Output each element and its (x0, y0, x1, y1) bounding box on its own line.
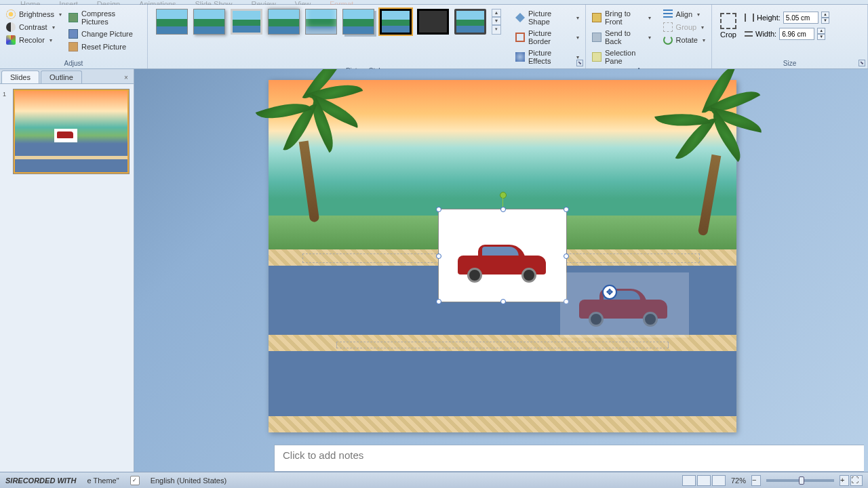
group-label-size: Size (716, 58, 863, 67)
picture-style-8[interactable] (417, 9, 449, 35)
compress-pictures-button[interactable]: Compress Pictures (66, 9, 143, 26)
send-to-back-button[interactable]: Send to Back ▾ (590, 28, 653, 46)
sorter-view-button[interactable] (697, 475, 711, 486)
change-picture-icon (68, 29, 78, 39)
resize-handle-e[interactable] (564, 253, 569, 259)
bring-to-front-button[interactable]: Bring to Front ▾ (590, 9, 653, 26)
resize-handle-sw[interactable] (436, 299, 441, 304)
dropdown-icon: ▾ (648, 35, 651, 41)
selection-pane-button[interactable]: Selection Pane (590, 48, 653, 66)
menu-bar: Home Insert Design Animations Slide Show… (0, 0, 868, 5)
sand-strip-3 (269, 416, 736, 432)
dropdown-icon: ▾ (59, 12, 62, 18)
picture-styles-dialog-launcher[interactable]: ⬊ (576, 60, 583, 66)
resize-handle-s[interactable] (500, 299, 506, 304)
crop-icon (720, 13, 736, 29)
pane-close-button[interactable]: × (121, 74, 131, 83)
slide-canvas[interactable]: ✥ (269, 80, 736, 432)
car-image (458, 242, 546, 283)
gallery-down-button[interactable]: ▼ (492, 17, 501, 25)
gallery-up-button[interactable]: ▲ (492, 9, 501, 17)
picture-shape-icon (515, 13, 525, 22)
dropdown-icon: ▾ (701, 24, 704, 30)
width-icon (745, 31, 753, 37)
picture-effects-icon (515, 52, 525, 62)
resize-handle-n[interactable] (500, 207, 506, 212)
bring-front-label: Bring to Front (605, 9, 644, 26)
notes-pane[interactable]: Click to add notes (274, 445, 864, 472)
slide-thumbnail-1[interactable] (14, 89, 129, 174)
group-button[interactable]: Group ▾ (661, 22, 707, 33)
picture-style-4[interactable] (268, 9, 300, 35)
slide-thumbnail-list: 1 (0, 84, 134, 179)
tab-slides[interactable]: Slides (1, 70, 39, 83)
gallery-more-button[interactable]: ▾ (492, 25, 501, 35)
normal-view-button[interactable] (682, 475, 696, 486)
placeholder-2[interactable] (336, 342, 669, 348)
crop-button[interactable]: Crop (716, 11, 741, 41)
width-label: Width: (755, 30, 776, 38)
picture-border-label: Picture Border (528, 29, 572, 45)
height-input[interactable] (783, 12, 818, 24)
width-up-button[interactable]: ▲ (817, 28, 825, 34)
send-back-icon (592, 33, 601, 42)
zoom-percent[interactable]: 72% (731, 476, 746, 485)
width-down-button[interactable]: ▼ (817, 34, 825, 40)
group-picture-styles: ▲ ▼ ▾ Picture Shape ▾ Picture Border ▾ (148, 5, 586, 68)
resize-handle-ne[interactable] (564, 207, 569, 212)
reset-icon (68, 42, 78, 52)
zoom-slider-thumb[interactable] (799, 476, 804, 485)
resize-handle-nw[interactable] (436, 207, 441, 212)
drag-ghost-picture (560, 272, 689, 338)
status-recorded: SIRECORDED WITH (5, 476, 77, 485)
dropdown-icon: ▾ (648, 15, 651, 21)
picture-style-5[interactable] (305, 9, 337, 35)
zoom-in-button[interactable]: + (840, 475, 849, 486)
brightness-icon (6, 9, 16, 19)
picture-shape-button[interactable]: Picture Shape ▾ (513, 9, 581, 26)
change-picture-button[interactable]: Change Picture (66, 28, 143, 39)
picture-style-2[interactable] (193, 9, 225, 35)
dropdown-icon: ▾ (576, 15, 579, 21)
spellcheck-icon[interactable]: ✓ (130, 476, 140, 485)
height-down-button[interactable]: ▼ (821, 18, 829, 24)
contrast-button[interactable]: Contrast ▾ (4, 22, 64, 33)
slide-canvas-area[interactable]: ✥ Click to add notes (134, 69, 868, 472)
group-arrange: Bring to Front ▾ Send to Back ▾ Selectio… (586, 5, 712, 68)
selected-picture-car[interactable] (438, 209, 567, 302)
rotate-button[interactable]: Rotate ▾ (661, 35, 707, 45)
picture-style-9[interactable] (454, 9, 486, 35)
brightness-button[interactable]: Brightness ▾ (4, 9, 64, 20)
picture-effects-button[interactable]: Picture Effects ▾ (513, 48, 581, 66)
align-button[interactable]: Align ▾ (661, 9, 707, 20)
compress-label: Compress Pictures (81, 9, 141, 26)
styles-gallery: ▲ ▼ ▾ (152, 7, 505, 37)
zoom-slider[interactable] (766, 479, 834, 482)
recolor-button[interactable]: Recolor ▾ (4, 35, 64, 45)
picture-border-icon (515, 33, 525, 42)
reset-picture-button[interactable]: Reset Picture (66, 41, 143, 52)
height-up-button[interactable]: ▲ (821, 12, 829, 18)
align-label: Align (676, 10, 692, 18)
tab-outline[interactable]: Outline (41, 70, 82, 83)
align-icon (663, 9, 673, 19)
dropdown-icon: ▾ (703, 37, 705, 43)
fit-window-button[interactable]: ⛶ (850, 475, 863, 486)
move-cursor-icon: ✥ (602, 285, 617, 300)
picture-style-6[interactable] (342, 9, 374, 35)
picture-style-7[interactable] (380, 9, 412, 35)
status-language[interactable]: English (United States) (151, 476, 227, 485)
slideshow-view-button[interactable] (712, 475, 726, 486)
picture-border-button[interactable]: Picture Border ▾ (513, 28, 581, 46)
dropdown-icon: ▾ (50, 37, 52, 43)
rotation-handle[interactable] (500, 192, 507, 199)
width-input[interactable] (779, 28, 814, 40)
resize-handle-w[interactable] (436, 253, 441, 259)
status-theme: e Theme" (87, 476, 119, 485)
palm-tree-right (662, 100, 757, 236)
size-dialog-launcher[interactable]: ⬊ (859, 60, 865, 66)
bring-front-icon (592, 13, 601, 22)
picture-style-3[interactable] (231, 9, 262, 35)
zoom-out-button[interactable]: − (751, 475, 761, 486)
picture-style-1[interactable] (156, 9, 188, 35)
